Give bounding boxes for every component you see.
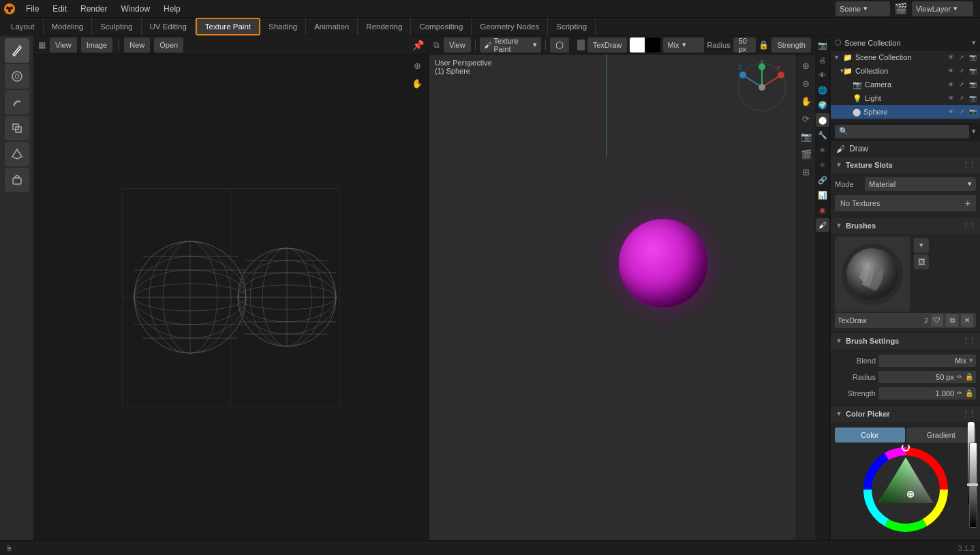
cam-vis-eye[interactable]: 👁 <box>946 80 955 89</box>
sphere-vis-cursor[interactable]: ↗ <box>957 107 966 117</box>
vp-zoom-out-icon[interactable]: ⊖ <box>798 75 814 91</box>
brush-shield-btn[interactable]: 🛡 <box>931 314 943 327</box>
cam-vis-cursor[interactable]: ↗ <box>957 80 966 89</box>
props-particles-icon[interactable]: ✳ <box>816 143 829 157</box>
outline-row-collection[interactable]: ▼ 📁 Collection 👁 ↗ 📷 <box>831 64 980 78</box>
props-texture-paint-icon[interactable]: 🖌 <box>816 218 829 232</box>
uv-pin-button[interactable]: 📌 <box>412 40 424 50</box>
props-render-icon[interactable]: 📷 <box>816 38 829 52</box>
tool-soften[interactable] <box>5 64 29 89</box>
color-tab-color[interactable]: Color <box>835 427 905 442</box>
tool-fill[interactable] <box>5 142 29 166</box>
color-picker-header[interactable]: ▼ Color Picker ⋮⋮ <box>831 406 980 422</box>
props-filter-btn[interactable]: ▾ <box>972 127 976 136</box>
brush-delete-btn[interactable]: ✕ <box>961 314 973 327</box>
brush-settings-menu-icon[interactable]: ⋮⋮ <box>962 337 976 344</box>
menu-help[interactable]: Help <box>157 0 187 18</box>
vp-orbit-icon[interactable]: ⟳ <box>798 110 814 127</box>
tool-mask[interactable] <box>5 168 29 192</box>
tab-scripting[interactable]: Scripting <box>548 18 596 35</box>
radius-edit-icon[interactable]: ✏ <box>957 373 962 380</box>
tab-rendering[interactable]: Rendering <box>358 18 411 35</box>
blend-dropdown-bs[interactable]: Mix ▾ <box>878 355 976 367</box>
menu-edit[interactable]: Edit <box>46 0 74 18</box>
scene-selector[interactable]: Scene ▾ <box>836 1 890 16</box>
props-view-icon[interactable]: 👁 <box>816 68 829 82</box>
brush-copy-btn[interactable]: ⧉ <box>946 314 958 327</box>
props-output-icon[interactable]: 🖨 <box>816 53 829 67</box>
brightness-strip[interactable] <box>969 442 977 528</box>
outline-row-scene-collection[interactable]: ▼ 📁 Scene Collection 👁 ↗ 📷 <box>831 50 980 64</box>
tab-animation[interactable]: Animation <box>306 18 358 35</box>
add-texture-btn[interactable]: + <box>965 198 970 209</box>
navigation-gizmo[interactable]: X Y Z <box>735 60 789 115</box>
tab-sculpting[interactable]: Sculpting <box>92 18 141 35</box>
color-swatch-white[interactable] <box>630 38 645 52</box>
props-physics-icon[interactable]: ⚛ <box>816 158 829 172</box>
menu-render[interactable]: Render <box>74 0 114 18</box>
strength-button[interactable]: Strength <box>771 38 811 52</box>
vp-render-icon[interactable]: 🎬 <box>798 146 814 162</box>
radius-lock-bs-icon[interactable]: 🔒 <box>965 373 973 380</box>
tab-uv-editing[interactable]: UV Editing <box>142 18 196 35</box>
vp-pan-icon[interactable]: ✋ <box>798 93 814 109</box>
outline-row-camera[interactable]: 📷 Camera 👁 ↗ 📷 <box>831 78 980 91</box>
uv-pan-icon[interactable]: ✋ <box>409 75 425 91</box>
tab-modeling[interactable]: Modeling <box>44 18 93 35</box>
radius-field-bs[interactable]: 50 px ✏ 🔒 <box>878 371 976 383</box>
uv-image-button[interactable]: Image <box>81 38 113 52</box>
brush-image-btn[interactable]: 🖼 <box>914 254 929 269</box>
color-picker-menu-icon[interactable]: ⋮⋮ <box>962 410 976 417</box>
vp-options-btn[interactable]: ⬡ <box>550 38 569 52</box>
uv-new-button[interactable]: New <box>124 38 150 52</box>
tool-smear[interactable] <box>5 90 29 115</box>
light-vis-render[interactable]: 📷 <box>968 93 977 103</box>
tab-layout[interactable]: Layout <box>3 18 44 35</box>
viewport-view-button[interactable]: View <box>444 38 471 52</box>
color-swatches[interactable] <box>630 38 660 52</box>
blend-selector[interactable]: Mix ▾ <box>663 38 704 52</box>
tab-compositing[interactable]: Compositing <box>411 18 472 35</box>
menu-window[interactable]: Window <box>114 0 157 18</box>
props-object-icon[interactable]: ⬤ <box>816 113 829 127</box>
uv-view-button[interactable]: View <box>50 38 77 52</box>
properties-search[interactable]: 🔍 <box>835 125 969 138</box>
cam-vis-render[interactable]: 📷 <box>968 80 977 89</box>
tool-clone[interactable] <box>5 116 29 140</box>
sphere-vis-eye[interactable]: 👁 <box>946 107 955 117</box>
coll-vis-eye[interactable]: 👁 <box>946 66 955 76</box>
sphere-vis-render[interactable]: 📷 <box>968 107 977 117</box>
uv-open-button[interactable]: Open <box>154 38 183 52</box>
viewlayer-selector[interactable]: ViewLayer ▾ <box>912 1 973 16</box>
outline-row-light[interactable]: 💡 Light 👁 ↗ 📷 <box>831 91 980 105</box>
texture-slots-menu-icon[interactable]: ⋮⋮ <box>962 161 976 168</box>
vp-zoom-in-icon[interactable]: ⊕ <box>798 57 814 74</box>
coll-vis-render[interactable]: 📷 <box>968 66 977 76</box>
menu-file[interactable]: File <box>19 0 46 18</box>
brushes-menu-icon[interactable]: ⋮⋮ <box>962 222 976 229</box>
outline-row-sphere[interactable]: ⬤ Sphere 👁 ↗ 📷 <box>831 105 980 119</box>
strength-lock-icon[interactable]: 🔒 <box>965 389 973 397</box>
props-material-icon[interactable]: ◉ <box>816 203 829 217</box>
scene-vis-render[interactable]: 📷 <box>968 52 977 62</box>
tab-shading[interactable]: Shading <box>260 18 306 35</box>
mode-selector[interactable]: 🖌 Texture Paint ▾ <box>480 38 542 52</box>
color-swatch-black[interactable] <box>645 38 660 52</box>
strength-field-bs[interactable]: 1.000 ✏ 🔒 <box>878 387 976 400</box>
props-scene-icon[interactable]: 🌐 <box>816 83 829 97</box>
brushes-header[interactable]: ▼ Brushes ⋮⋮ <box>831 217 980 234</box>
color-tab-gradient[interactable]: Gradient <box>906 427 977 442</box>
props-data-icon[interactable]: 📊 <box>816 188 829 202</box>
tab-geometry-nodes[interactable]: Geometry Nodes <box>472 18 548 35</box>
uv-zoom-icon[interactable]: ⊕ <box>409 57 425 74</box>
scene-vis-eye[interactable]: 👁 <box>946 52 955 62</box>
tex-draw-button[interactable]: TexDraw <box>587 38 628 52</box>
light-vis-eye[interactable]: 👁 <box>946 93 955 103</box>
strength-edit-icon[interactable]: ✏ <box>957 389 962 397</box>
radius-field[interactable]: 50 px <box>733 38 756 52</box>
texture-slots-header[interactable]: ▼ Texture Slots ⋮⋮ <box>831 157 980 173</box>
vp-camera-icon[interactable]: 📷 <box>798 128 814 145</box>
brush-list-btn[interactable]: ▾ <box>914 238 929 253</box>
tab-texture-paint[interactable]: Texture Paint <box>196 18 260 35</box>
brightness-knob[interactable] <box>967 483 978 486</box>
